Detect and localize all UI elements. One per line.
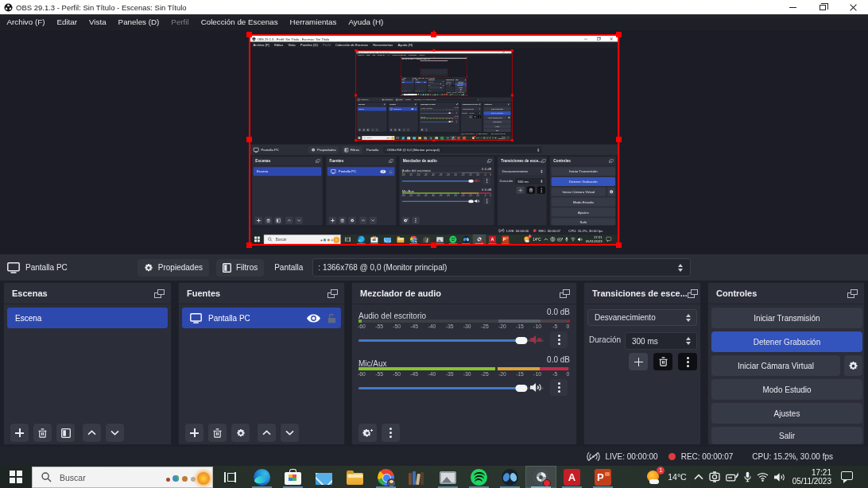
taskbar-app-edge[interactable] [246,466,277,488]
remove-scene-button[interactable] [33,424,52,442]
minimize-button[interactable] [777,0,808,14]
mute-speaker-icon-muted[interactable] [530,334,543,348]
tray-wifi-icon[interactable] [757,472,769,482]
tick-label: -25 [481,323,489,330]
taskbar-app-chrome[interactable] [370,466,401,488]
move-scene-up-button[interactable] [83,424,101,442]
taskbar-app-spotify[interactable] [463,466,494,488]
volume-slider-desktop[interactable] [358,339,544,342]
filters-label: Filtros [236,263,258,272]
preview-canvas[interactable]: OBS 29.1.3 - Perfil: Sin Título - Escena… [0,30,868,254]
move-scene-down-button[interactable] [106,424,124,442]
exit-button[interactable]: Salir [711,427,862,444]
scene-filters-button[interactable] [56,424,75,442]
taskbar-app-obs[interactable] [525,466,556,488]
taskbar-app-file-explorer[interactable] [339,466,370,488]
taskbar-app-powerpoint[interactable]: P [587,466,618,488]
volume-handle[interactable] [516,337,528,344]
move-source-up-button[interactable] [258,424,276,442]
scene-list-item[interactable]: Escena [7,308,168,328]
visibility-eye-icon[interactable] [307,314,320,323]
taskbar-search-box[interactable]: Buscar [32,467,213,488]
popout-icon[interactable] [847,289,858,298]
popout-icon[interactable] [688,289,698,298]
menu-editar[interactable]: Editar [51,14,83,30]
start-streaming-button[interactable]: Iniciar Transmisión [711,308,862,328]
task-view-button[interactable] [219,466,241,488]
scenes-dock-header: Escenas [4,283,171,304]
controls-dock-title: Controles [716,289,757,298]
screen-capture-source[interactable]: OBS 29.1.3 - Perfil: Sin Título - Escena… [249,34,619,246]
source-properties-button[interactable] [231,424,250,442]
speaker-icon[interactable] [530,381,543,396]
resize-handle-middle-left[interactable] [246,137,252,142]
menu-coleccion[interactable]: Colección de Escenas [195,14,284,30]
display-select[interactable]: : 1366x768 @ 0,0 (Monitor principal) [312,258,691,277]
duration-spinbox[interactable]: 300 ms [625,332,697,350]
stop-recording-button[interactable]: Detener Grabación [711,331,862,352]
weather-widget[interactable]: 1 14°C [646,469,686,485]
add-transition-button[interactable] [629,353,648,370]
menu-archivo[interactable]: Archivo (F) [1,14,51,30]
captured-desktop-image: OBS 29.1.3 - Perfil: Sin Título - Escena… [250,36,618,244]
tick-label: -55 [375,323,383,330]
advanced-audio-button[interactable] [358,424,377,442]
resize-handle-bottom-center[interactable] [431,242,436,248]
store-icon [285,472,301,485]
resize-handle-top-center[interactable] [431,32,436,37]
tray-chevron-up-icon[interactable] [694,474,703,480]
menu-vista[interactable]: Vista [83,14,113,30]
mixer-menu-button[interactable] [382,424,400,442]
menu-paneles[interactable]: Paneles (D) [112,14,165,30]
edge-icon [254,469,270,486]
filters-button[interactable]: Filtros [216,259,264,277]
sources-dock-title: Fuentes [187,289,220,298]
taskbar-clock[interactable]: 17:21 05/11/2023 [792,468,831,486]
channel-menu-button[interactable] [550,331,568,348]
transition-select[interactable]: Desvanecimiento [587,309,697,326]
taskbar-app-blue[interactable] [494,466,525,488]
remove-transition-button[interactable] [653,353,672,370]
menu-ayuda[interactable]: Ayuda (H) [343,14,389,30]
settings-button[interactable]: Ajustes [711,403,862,424]
menu-herramientas[interactable]: Herramientas [284,14,343,30]
resize-handle-bottom-right[interactable] [616,242,622,248]
channel-menu-button[interactable] [550,379,568,396]
studio-mode-button[interactable]: Modo Estudio [711,379,862,400]
taskbar-app-mail[interactable] [308,466,339,488]
popout-icon[interactable] [560,289,570,298]
taskbar-app-store[interactable] [277,466,308,488]
tray-mic-icon[interactable] [744,471,751,482]
resize-handle-top-left[interactable] [246,32,252,37]
tray-pen-device-icon[interactable] [726,472,738,482]
add-scene-button[interactable] [10,424,29,442]
notification-center-button[interactable] [841,471,854,482]
tray-volume-icon[interactable] [774,472,786,482]
taskbar-app-photos[interactable] [432,466,463,488]
start-button[interactable] [0,466,32,488]
lock-open-icon[interactable] [327,313,336,323]
virtual-camera-settings-button[interactable] [844,355,862,376]
resize-handle-middle-right[interactable] [616,137,622,142]
remove-source-button[interactable] [208,424,227,442]
start-virtual-camera-button[interactable]: Iniciar Cámara Virtual [711,355,840,376]
meter-segment [362,320,498,323]
taskbar-app-books[interactable] [401,466,432,488]
resize-handle-bottom-left[interactable] [246,242,252,248]
popout-icon[interactable] [154,289,165,298]
menu-perfil[interactable]: Perfil [165,14,195,30]
volume-slider-mic[interactable] [358,387,544,389]
taskbar-app-acrobat[interactable]: A [556,466,587,488]
transition-properties-button[interactable] [678,353,697,370]
popout-icon[interactable] [327,289,338,298]
properties-button[interactable]: Propiedades [138,259,209,277]
restore-button[interactable] [808,0,838,14]
source-list-item[interactable]: Pantalla PC [182,308,341,328]
chevron-down-icon [110,430,119,436]
add-source-button[interactable] [185,424,203,442]
close-button[interactable] [838,0,868,14]
volume-handle[interactable] [516,385,528,392]
resize-handle-top-right[interactable] [616,32,622,37]
move-source-down-button[interactable] [281,424,299,442]
tray-cast-icon[interactable] [709,471,720,482]
